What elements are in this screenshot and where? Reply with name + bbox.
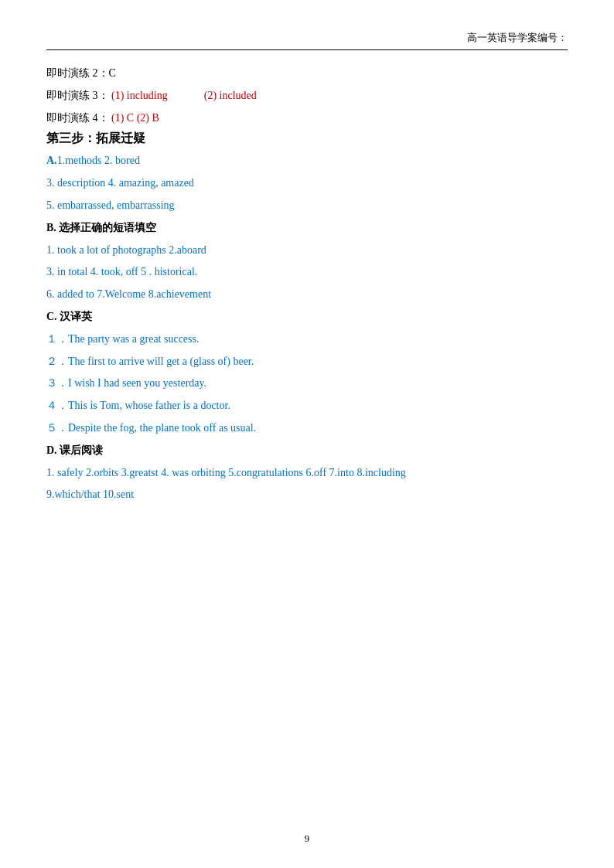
ip3-part1-num: (1)	[111, 90, 127, 101]
section-a-label: A.	[46, 155, 57, 166]
page-number: 9	[305, 832, 310, 845]
section-a-item3-text: 5. embarrassed, embarrassing	[46, 199, 175, 211]
section-b-item-1: 1. took a lot of photographs 2.aboard	[46, 241, 568, 260]
immediate-practice-2: 即时演练 2：C	[46, 64, 568, 83]
section-c-item-2: ２．The first to arrive will get a (glass …	[46, 352, 568, 371]
section-a-item-2: 3. description 4. amazing, amazed	[46, 174, 568, 192]
section-c-header: C. 汉译英	[46, 308, 568, 326]
ip3-label: 即时演练 3：	[46, 90, 109, 101]
section-c-item-1: １．The party was a great success.	[46, 330, 568, 349]
section-d-line1: 1. safely 2.orbits 3.greatst 4. was orbi…	[46, 464, 568, 482]
section-b-header: B. 选择正确的短语填空	[46, 219, 568, 237]
section-c-item2-text: ２．The first to arrive will get a (glass …	[46, 356, 254, 367]
section-d-line2-text: 9.which/that 10.sent	[46, 488, 134, 500]
ip3-part2-num: (2)	[204, 90, 220, 101]
section-c-item-5: ５．Despite the fog, the plane took off as…	[46, 419, 568, 437]
section-c-item1-text: １．The party was a great success.	[46, 333, 199, 345]
header-title: 高一英语导学案编号：	[467, 31, 568, 45]
immediate-practice-4: 即时演练 4： (1) C (2) B	[46, 109, 568, 128]
page-header: 高一英语导学案编号：	[46, 31, 568, 50]
section-b-item-3: 6. added to 7.Welcome 8.achievement	[46, 285, 568, 304]
section-d-line1-text: 1. safely 2.orbits 3.greatst 4. was orbi…	[46, 467, 406, 478]
section-b-item3-text: 6. added to 7.Welcome 8.achievement	[46, 288, 211, 300]
ip4-part1: (1) C	[111, 112, 134, 124]
ip4-label: 即时演练 4：	[46, 112, 109, 124]
step3-title: 第三步：拓展迁疑	[46, 131, 568, 147]
section-b-label: B. 选择正确的短语填空	[46, 222, 156, 233]
section-c-item-3: ３．I wish I had seen you yesterday.	[46, 374, 568, 393]
section-c-label: C. 汉译英	[46, 311, 92, 322]
section-c-item5-text: ５．Despite the fog, the plane took off as…	[46, 422, 256, 434]
section-d-line2: 9.which/that 10.sent	[46, 485, 568, 504]
section-a-label-text: 1.methods 2. bored	[57, 155, 140, 166]
section-c-item4-text: ４．This is Tom, whose father is a doctor.	[46, 400, 230, 411]
page: 高一英语导学案编号： 即时演练 2：C 即时演练 3： (1) includin…	[0, 0, 614, 868]
section-b-item1-text: 1. took a lot of photographs 2.aboard	[46, 244, 206, 256]
section-c-item-4: ４．This is Tom, whose father is a doctor.	[46, 397, 568, 415]
ip3-part2: included	[220, 90, 257, 101]
section-d-label: D. 课后阅读	[46, 444, 103, 456]
section-a-header: A.1.methods 2. bored	[46, 151, 568, 170]
immediate-practice-3: 即时演练 3： (1) including (2) included	[46, 87, 568, 105]
ip2-label: 即时演练 2：C	[46, 67, 116, 79]
ip3-part1: including	[127, 90, 168, 101]
ip4-part2: (2) B	[137, 112, 159, 124]
section-a-item2-text: 3. description 4. amazing, amazed	[46, 177, 194, 189]
section-a-item-3: 5. embarrassed, embarrassing	[46, 196, 568, 215]
section-d-header: D. 课后阅读	[46, 441, 568, 460]
section-b-item2-text: 3. in total 4. took, off 5 . historical.	[46, 266, 197, 277]
section-b-item-2: 3. in total 4. took, off 5 . historical.	[46, 263, 568, 281]
section-c-item3-text: ３．I wish I had seen you yesterday.	[46, 377, 206, 389]
